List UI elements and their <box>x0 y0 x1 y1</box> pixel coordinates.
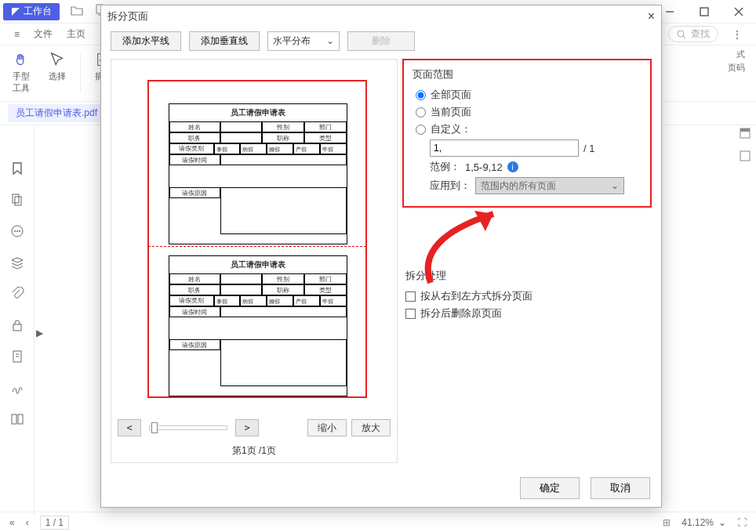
svg-rect-9 <box>13 194 19 203</box>
pages-icon[interactable] <box>10 193 24 207</box>
select-tool-label: 选择 <box>49 71 66 82</box>
custom-range-input[interactable] <box>430 139 579 157</box>
layers-icon[interactable] <box>10 255 24 270</box>
preview-page-label: 第1页 /1页 <box>111 440 397 462</box>
add-hline-button[interactable]: 添加水平线 <box>111 31 181 51</box>
expand-caret-icon[interactable]: ▶ <box>36 328 43 338</box>
app-badge[interactable]: 工作台 <box>3 3 60 20</box>
th2-leave: 请假类别 <box>169 295 214 306</box>
maximize-button[interactable] <box>687 0 721 24</box>
apply-to-select[interactable]: 范围内的所有页面 <box>475 177 624 194</box>
svg-rect-18 <box>18 414 23 424</box>
preview-controls: < > 缩小 放大 <box>111 416 397 440</box>
comment-icon[interactable] <box>10 224 24 238</box>
sign-icon[interactable] <box>10 381 24 395</box>
zoom-in-button[interactable]: 放大 <box>351 419 391 436</box>
prev-page-button[interactable]: < <box>118 419 141 436</box>
checkbox-delete-original[interactable]: 拆分后删除原页面 <box>405 306 642 320</box>
cancel-button[interactable]: 取消 <box>591 477 650 499</box>
distribute-select-label: 水平分布 <box>273 34 311 48</box>
slider-knob[interactable] <box>151 422 158 433</box>
menu-home[interactable]: 主页 <box>67 27 85 41</box>
th-title: 职称 <box>262 132 304 143</box>
th-time: 请假时间 <box>169 154 220 165</box>
radio-custom-range[interactable]: 自定义： <box>416 122 642 136</box>
radio-all-input[interactable] <box>416 90 426 100</box>
th2-type: 类型 <box>304 284 347 295</box>
radio-custom-label: 自定义： <box>431 122 471 136</box>
svg-point-14 <box>19 230 20 232</box>
lock-icon[interactable] <box>10 318 24 332</box>
menu-file[interactable]: 文件 <box>34 27 53 41</box>
export-icon[interactable] <box>10 349 24 364</box>
radio-current-page[interactable]: 当前页面 <box>416 105 642 119</box>
checkbox-del-box[interactable] <box>405 309 416 319</box>
page-range-title: 页面范围 <box>413 67 642 81</box>
panel-icon-1[interactable] <box>739 127 751 142</box>
svg-point-3 <box>678 31 684 37</box>
first-page-icon[interactable]: « <box>9 517 15 528</box>
th2-c5: 年假 <box>320 295 347 306</box>
radio-custom-input[interactable] <box>416 125 426 135</box>
next-page-button[interactable]: > <box>235 419 259 436</box>
right-rail <box>739 127 751 165</box>
info-icon[interactable]: i <box>507 161 518 172</box>
distribute-select[interactable]: 水平分布 <box>267 31 340 51</box>
th2-sex: 性别 <box>262 273 304 284</box>
svg-point-12 <box>14 230 16 232</box>
fullscreen-icon[interactable]: ⛶ <box>737 517 747 528</box>
th-type: 类型 <box>304 132 347 143</box>
ok-button[interactable]: 确定 <box>520 477 580 499</box>
th-c4: 产假 <box>293 143 320 154</box>
page-thumb-bottom: 员工请假申请表 姓名性别部门 职务职称类型 请假类别 事假病假婚假产假年假 请假… <box>169 255 347 396</box>
radio-current-input[interactable] <box>416 107 426 118</box>
thumb-title: 员工请假申请表 <box>169 104 347 121</box>
split-page-dialog: 拆分页面 × 添加水平线 添加垂直线 水平分布 删除 员工请假申请表 姓名性别部… <box>100 5 662 508</box>
page-field[interactable]: 1 / 1 <box>40 516 69 530</box>
th2-time: 请假时间 <box>169 306 220 317</box>
radio-all-label: 全部页面 <box>431 88 471 102</box>
window-controls <box>652 0 756 24</box>
status-icon-a[interactable]: ⊞ <box>663 517 671 528</box>
hamburger-icon[interactable]: ≡ <box>14 29 20 40</box>
th-sex: 性别 <box>262 121 304 132</box>
options-panel: 页面范围 全部页面 当前页面 自定义： / 1 范 <box>402 59 652 463</box>
zoom-dropdown-icon[interactable]: ⌄ <box>718 517 726 528</box>
attach-icon[interactable] <box>10 287 24 301</box>
th-c3: 婚假 <box>267 143 293 154</box>
close-button[interactable] <box>721 0 756 24</box>
search-icon <box>677 30 686 39</box>
hand-tool[interactable]: 手型 工具 <box>5 49 38 94</box>
svg-rect-17 <box>12 414 16 424</box>
split-line[interactable] <box>148 246 366 247</box>
svg-rect-15 <box>13 324 21 331</box>
apply-label: 应用到： <box>430 179 471 193</box>
panel-icon-2[interactable] <box>739 150 751 165</box>
more-icon[interactable]: ⋮ <box>732 29 742 40</box>
example-row: 范例： 1,5-9,12 i <box>430 160 642 174</box>
example-label: 范例： <box>430 160 460 174</box>
prev-page-icon[interactable]: ‹ <box>26 517 29 528</box>
document-tab-label: 员工请假申请表.pdf <box>16 107 97 118</box>
th-leave: 请假类别 <box>169 143 214 154</box>
add-vline-button[interactable]: 添加垂直线 <box>189 31 260 51</box>
apply-row: 应用到： 范围内的所有页面 <box>430 177 642 194</box>
delete-button[interactable]: 删除 <box>347 31 415 51</box>
checkbox-rtl[interactable]: 按从右到左方式拆分页面 <box>405 289 642 303</box>
zoom-out-button[interactable]: 缩小 <box>307 419 347 436</box>
search-box[interactable]: 查找 <box>668 26 718 42</box>
document-tab[interactable]: 员工请假申请表.pdf <box>8 104 105 122</box>
checkbox-rtl-box[interactable] <box>405 291 416 302</box>
th-c1: 事假 <box>214 143 241 154</box>
folder-icon[interactable] <box>71 4 83 19</box>
app-badge-text: 工作台 <box>24 5 52 18</box>
page-slider[interactable] <box>149 425 227 430</box>
svg-point-13 <box>16 230 18 232</box>
th2-reason: 请假原因 <box>169 339 220 350</box>
radio-all-pages[interactable]: 全部页面 <box>416 88 642 102</box>
bookmark-icon[interactable] <box>10 161 24 176</box>
dialog-close-icon[interactable]: × <box>648 9 655 24</box>
select-tool[interactable]: 选择 <box>41 49 74 82</box>
split-processing-title: 拆分处理 <box>405 269 642 283</box>
compare-icon[interactable] <box>10 412 24 426</box>
